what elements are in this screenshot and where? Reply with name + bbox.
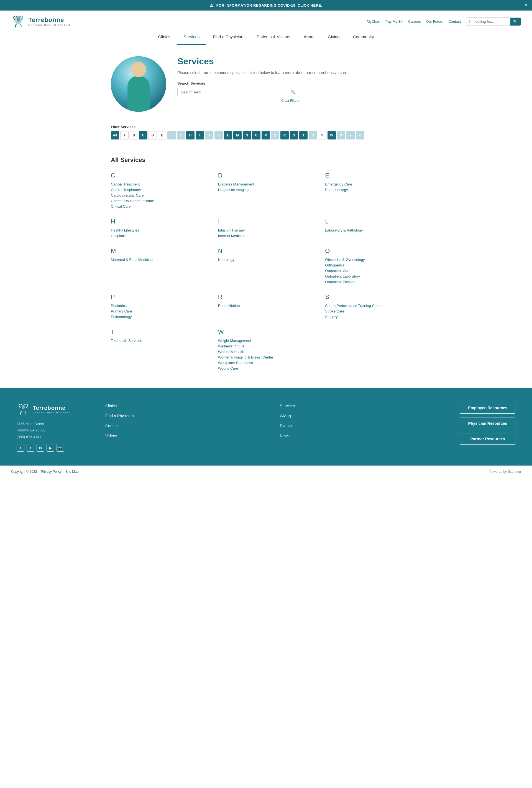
service-link[interactable]: Laboratory & Pathology — [325, 228, 363, 232]
header-search-input[interactable] — [466, 18, 510, 25]
service-link[interactable]: Surgery — [325, 315, 338, 319]
filter-btn-p[interactable]: P — [262, 131, 270, 139]
filter-btn-i[interactable]: I — [196, 131, 204, 139]
services-search-input[interactable] — [178, 89, 287, 95]
service-link[interactable]: Hospitalist — [111, 234, 127, 238]
nav-find-physician[interactable]: Find a Physician — [206, 29, 250, 45]
service-link[interactable]: Infusion Therapy — [218, 228, 245, 232]
filter-btn-f[interactable]: F — [167, 131, 176, 139]
service-link[interactable]: Sports Performance Training Center — [325, 303, 383, 308]
service-link[interactable]: Obstetrics & Gynecology — [325, 258, 365, 262]
pay-bill-link[interactable]: Pay My Bill — [385, 19, 403, 24]
filter-btn-m[interactable]: M — [233, 131, 242, 139]
filter-btn-u[interactable]: U — [309, 131, 317, 139]
filter-btn-y[interactable]: Y — [346, 131, 355, 139]
nav-community[interactable]: Community — [346, 29, 381, 45]
mychart-link[interactable]: MyChart — [367, 19, 381, 24]
service-link[interactable]: Stroke Care — [325, 309, 344, 313]
service-link[interactable]: Cancer Treatment — [111, 182, 140, 186]
service-link[interactable]: Cardiovascular Care — [111, 193, 144, 197]
nav-patients-visitors[interactable]: Patients & Visitors — [250, 29, 297, 45]
footer-nav-link-contact[interactable]: Contact — [105, 422, 269, 430]
service-link[interactable]: Weight Management — [218, 338, 251, 343]
service-link[interactable]: Women's Imaging & Breast Center — [218, 355, 273, 359]
filter-btn-l[interactable]: L — [224, 131, 232, 139]
nav-services[interactable]: Services — [177, 29, 206, 45]
service-link[interactable]: Critical Care — [111, 204, 131, 209]
footer-nav-link-services[interactable]: Services — [280, 402, 443, 410]
service-link[interactable]: Pediatrics — [111, 303, 127, 308]
careers-link[interactable]: Careers — [408, 19, 421, 24]
footer-twitter-link[interactable]: t — [26, 444, 34, 452]
filter-btn-d[interactable]: D — [148, 131, 157, 139]
services-search-button[interactable]: 🔍 — [287, 90, 299, 95]
service-link[interactable]: Internal Medicine — [218, 234, 245, 238]
filter-btn-k[interactable]: K — [214, 131, 223, 139]
our-future-link[interactable]: Our Future — [426, 19, 443, 24]
resource-btn-partner-resources[interactable]: Partner Resources — [460, 433, 515, 445]
clear-filters-link[interactable]: Clear Filters — [281, 99, 299, 103]
filter-btn-j[interactable]: J — [205, 131, 213, 139]
privacy-policy-link[interactable]: Privacy Policy — [41, 470, 62, 474]
filter-btn-b[interactable]: B — [130, 131, 138, 139]
footer-nav-link-clinics[interactable]: Clinics — [105, 402, 269, 410]
filter-btn-g[interactable]: G — [177, 131, 185, 139]
filter-btn-q[interactable]: Q — [271, 131, 279, 139]
filter-btn-e[interactable]: E — [158, 131, 166, 139]
alert-text[interactable]: FOR INFORMATION REGARDING COVID-19, CLIC… — [217, 3, 322, 7]
service-link[interactable]: Neurology — [218, 258, 234, 262]
service-link[interactable]: Rehabilitation — [218, 303, 240, 308]
filter-btn-c[interactable]: C — [139, 131, 147, 139]
site-map-link[interactable]: Site Map — [65, 470, 78, 474]
filter-btn-x[interactable]: X — [337, 131, 345, 139]
nav-giving[interactable]: Giving — [321, 29, 346, 45]
service-link[interactable]: Outpatient Laboratory — [325, 274, 360, 278]
service-link[interactable]: Primary Care — [111, 309, 132, 313]
footer-nav-link-news[interactable]: News — [280, 432, 443, 440]
service-link[interactable]: Maternal & Fetal Medicine — [111, 258, 153, 262]
service-link[interactable]: Diagnostic Imaging — [218, 188, 249, 192]
filter-btn-n[interactable]: N — [243, 131, 251, 139]
service-link[interactable]: Wound Care — [218, 366, 238, 370]
service-link[interactable]: Outpatient Care — [325, 269, 350, 273]
resource-btn-physician-resources[interactable]: Physician Resources — [460, 418, 515, 429]
service-link[interactable]: Outpatient Pavilion — [325, 280, 355, 284]
filter-btn-r[interactable]: R — [281, 131, 289, 139]
footer-linkedin-link[interactable]: in — [37, 444, 44, 452]
footer-facebook-link[interactable]: f — [17, 444, 24, 452]
filter-btn-w[interactable]: W — [328, 131, 336, 139]
nav-about[interactable]: About — [297, 29, 321, 45]
header-search-button[interactable]: 🔍 — [510, 18, 520, 25]
filter-btn-t[interactable]: T — [299, 131, 308, 139]
filter-btn-s[interactable]: S — [290, 131, 298, 139]
filter-btn-h[interactable]: H — [186, 131, 195, 139]
filter-btn-o[interactable]: O — [252, 131, 261, 139]
service-link[interactable]: Orthopedics — [325, 263, 344, 267]
service-link[interactable]: Endocrinology — [325, 188, 348, 192]
footer-nav-link-find-a-physician[interactable]: Find a Physician — [105, 412, 269, 420]
filter-btn-v[interactable]: V — [318, 131, 326, 139]
service-link[interactable]: Cardio-Respiratory — [111, 188, 141, 192]
service-link[interactable]: Healthy Lifestyles — [111, 228, 139, 232]
service-link[interactable]: Wellness for Life — [218, 344, 245, 348]
footer-instagram-link[interactable]: 📷 — [57, 444, 64, 452]
resource-btn-employee-resources[interactable]: Employee Resources — [460, 402, 515, 414]
service-link[interactable]: Diabetes Management — [218, 182, 254, 186]
filter-btn-all[interactable]: All — [111, 131, 119, 139]
contact-link[interactable]: Contact — [448, 19, 461, 24]
nav-clinics[interactable]: Clinics — [151, 29, 177, 45]
logo[interactable]: Terrebonne GENERAL HEALTH SYSTEM — [11, 14, 70, 29]
footer-nav-link-events[interactable]: Events — [280, 422, 443, 430]
service-link[interactable]: Women's Health — [218, 350, 244, 354]
alert-close-button[interactable]: × — [525, 2, 528, 8]
service-link[interactable]: Community Sports Institute — [111, 199, 154, 203]
service-link[interactable]: Emergency Care — [325, 182, 352, 186]
service-link[interactable]: Pulmonology — [111, 315, 131, 319]
service-link[interactable]: Telehealth Services — [111, 338, 142, 343]
footer-nav-link-giving[interactable]: Giving — [280, 412, 443, 420]
filter-btn-a[interactable]: A — [120, 131, 128, 139]
filter-btn-z[interactable]: Z — [356, 131, 364, 139]
footer-youtube-link[interactable]: ▶ — [46, 444, 54, 452]
footer-nav-link-videos[interactable]: Videos — [105, 432, 269, 440]
service-link[interactable]: Workplace Readiness — [218, 361, 253, 365]
